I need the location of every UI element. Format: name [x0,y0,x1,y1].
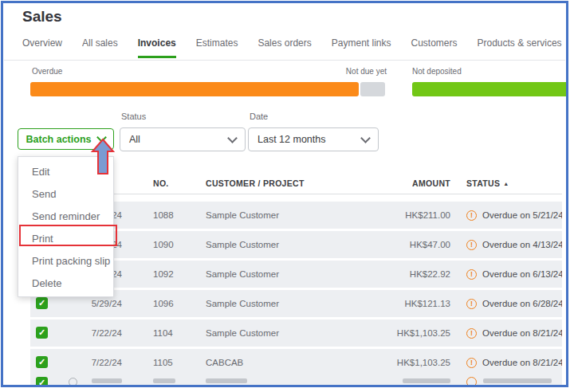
overdue-icon: ! [466,240,477,250]
not-deposited-bar-label: Not deposited [412,67,462,76]
menu-item-print-packing-slip[interactable]: Print packing slip [18,249,113,272]
cell-customer: Sample Customer [206,261,279,288]
tab-all-sales[interactable]: All sales [82,37,118,58]
status-text: Overdue on 6/13/24 [482,269,562,279]
chevron-down-icon [227,133,238,143]
menu-item-delete[interactable]: Delete [18,272,113,294]
check-icon: ✓ [38,357,45,367]
not-due-bar[interactable] [360,82,385,96]
cell-no: 1105 [153,349,173,376]
cell-status: ! Overdue on 8/21/24 [466,319,562,347]
cell-no: 1104 [153,319,173,347]
cell-amount: HK$47.00 [351,231,450,258]
cell-status: ! Overdue on 6/13/24 [466,261,562,288]
cell-amount: HK$121.13 [351,290,450,317]
cell-customer: Sample Customer [206,231,279,258]
cell-customer: Sample Customer [206,319,279,347]
chevron-down-icon [360,133,371,143]
status-text: Overdue on 5/21/24 [482,210,562,220]
tab-overview[interactable]: Overview [22,37,62,58]
recurring-icon [69,378,77,385]
status-filter-select[interactable]: All [120,127,246,151]
cell-no: 1092 [153,261,174,288]
check-icon: ✓ [38,327,45,338]
table-row[interactable]: ✓ 7/22/24 1104 Sample Customer HK$1,103.… [30,319,562,347]
tab-divider [4,60,565,61]
overdue-icon [466,377,477,385]
row-checkbox[interactable]: ✓ [36,377,48,385]
not-due-bar-label: Not due yet [335,67,387,76]
date-filter-value: Last 12 months [258,134,325,145]
table-row-partial: ✓ [30,375,562,385]
header-status[interactable]: STATUS▲ [466,178,509,188]
cell-status: ! Overdue on 8/21/24 [466,349,562,376]
batch-actions-label: Batch actions [26,134,92,145]
status-filter-label: Status [121,112,146,121]
header-no[interactable]: NO. [153,178,169,188]
tab-payment-links[interactable]: Payment links [332,37,391,58]
cell-status: ! Overdue on 6/28/24 [466,290,562,317]
check-icon: ✓ [38,298,45,308]
cell-customer: Sample Customer [206,290,279,317]
overdue-icon: ! [466,210,477,221]
row-checkbox[interactable]: ✓ [36,327,48,339]
menu-item-send[interactable]: Send [18,182,113,205]
overdue-bar[interactable] [30,82,359,96]
header-amount[interactable]: AMOUNT [371,178,450,188]
cell-amount: HK$211.00 [351,202,450,229]
overdue-bar-label: Overdue [32,67,62,76]
tab-invoices[interactable]: Invoices [138,37,176,58]
cell-amount: HK$1,103.25 [351,349,450,376]
tab-products-services[interactable]: Products & services [478,37,562,58]
page-title: Sales [22,8,62,25]
overdue-icon: ! [466,299,477,309]
cell-customer: Sample Customer [206,202,279,229]
sales-page: Sales OverviewAll salesInvoicesEstimates… [0,0,574,392]
status-filter-value: All [129,134,140,145]
tab-sales-orders[interactable]: Sales orders [258,37,311,58]
cell-date: 7/22/24 [78,319,122,347]
overdue-icon: ! [466,269,477,280]
cell-status: ! Overdue on 4/13/24 [466,231,562,258]
status-text: Overdue on 6/28/24 [482,299,562,308]
overdue-icon: ! [466,328,477,339]
status-text: Overdue on 4/13/24 [482,240,562,249]
menu-item-send-reminder[interactable]: Send reminder [18,205,113,227]
status-text: Overdue on 8/21/24 [482,328,562,338]
row-checkbox[interactable]: ✓ [36,356,48,368]
tab-estimates[interactable]: Estimates [196,37,238,58]
tab-bar: OverviewAll salesInvoicesEstimatesSales … [22,37,562,58]
cell-no: 1096 [153,290,174,317]
sort-ascending-icon: ▲ [503,181,509,186]
overdue-icon: ! [466,358,477,368]
cell-no: 1090 [153,231,174,258]
header-customer[interactable]: CUSTOMER / PROJECT [206,178,305,188]
tab-customers[interactable]: Customers [411,37,458,58]
cell-no: 1088 [153,202,174,229]
status-text: Overdue on 8/21/24 [482,358,562,367]
cell-status: ! Overdue on 5/21/24 [466,202,562,229]
date-filter-label: Date [250,112,268,121]
not-deposited-bar[interactable] [412,82,568,96]
highlight-box-annotation [19,225,117,246]
cell-date: 7/22/24 [78,349,122,376]
cell-amount: HK$1,103.25 [351,319,450,347]
cell-customer: CABCAB [206,349,243,376]
cell-amount: HK$22.92 [351,261,450,288]
date-filter-select[interactable]: Last 12 months [248,127,379,151]
row-checkbox[interactable]: ✓ [36,297,48,309]
pointer-arrow-annotation [89,138,116,175]
table-row[interactable]: ✓ 7/22/24 1105 CABCAB HK$1,103.25 ! Over… [30,349,562,376]
